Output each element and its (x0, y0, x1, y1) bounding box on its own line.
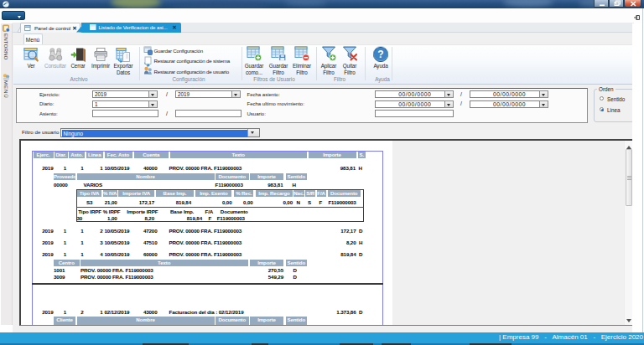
svg-text:?: ? (377, 49, 383, 60)
